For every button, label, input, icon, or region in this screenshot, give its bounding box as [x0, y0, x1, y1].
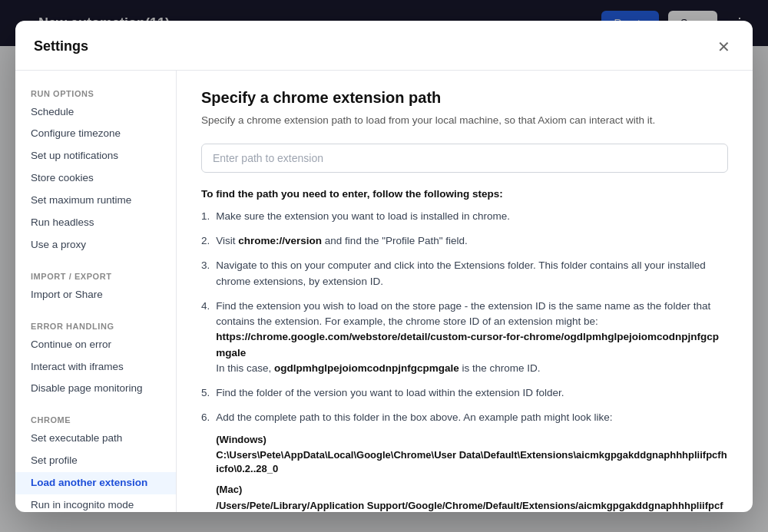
steps-list: Make sure the extension you want to load… — [201, 209, 728, 512]
modal-body: Run options Schedule Configure timezone … — [15, 71, 753, 512]
extension-path-input[interactable] — [201, 144, 728, 173]
step-4: Find the extension you wish to load on t… — [201, 299, 728, 376]
content-subtitle: Specify a chrome extension path to load … — [201, 113, 728, 128]
modal-overlay: Settings ✕ Run options Schedule Configur… — [0, 0, 768, 532]
sidebar-item-use-a-proxy[interactable]: Use a proxy — [15, 234, 176, 256]
sidebar-item-import-or-share[interactable]: Import or Share — [15, 284, 176, 306]
content-title: Specify a chrome extension path — [201, 89, 728, 107]
instructions-title: To find the path you need to enter, foll… — [201, 188, 728, 200]
sidebar-section-import-export: Import / Export — [15, 266, 176, 284]
sidebar-item-disable-page-monitoring[interactable]: Disable page monitoring — [15, 378, 176, 400]
chrome-version-link: chrome://version — [238, 235, 322, 246]
step-6: Add the complete path to this folder in … — [201, 410, 728, 511]
sidebar-item-continue-on-error[interactable]: Continue on error — [15, 334, 176, 356]
sidebar-section-error-handling: Error handling — [15, 316, 176, 334]
sidebar-item-load-another-extension[interactable]: Load another extension — [15, 472, 176, 494]
sidebar-item-set-up-notifications[interactable]: Set up notifications — [15, 145, 176, 167]
sidebar-item-set-profile[interactable]: Set profile — [15, 450, 176, 472]
example-mac: (Mac) /Users/Pete/Library/Application Su… — [216, 482, 728, 511]
modal-title: Settings — [34, 38, 88, 55]
settings-modal: Settings ✕ Run options Schedule Configur… — [15, 21, 753, 512]
sidebar-item-configure-timezone[interactable]: Configure timezone — [15, 123, 176, 145]
main-content: Specify a chrome extension path Specify … — [177, 71, 753, 512]
step-1: Make sure the extension you want to load… — [201, 209, 728, 224]
step-5: Find the folder of the version you want … — [201, 385, 728, 401]
step-2: Visit chrome://version and find the "Pro… — [201, 233, 728, 249]
sidebar-item-run-headless[interactable]: Run headless — [15, 212, 176, 234]
settings-sidebar: Run options Schedule Configure timezone … — [15, 71, 177, 512]
modal-header: Settings ✕ — [15, 21, 753, 71]
sidebar-item-store-cookies[interactable]: Store cookies — [15, 167, 176, 190]
sidebar-item-schedule[interactable]: Schedule — [15, 101, 176, 124]
step-3: Navigate to this on your computer and cl… — [201, 258, 728, 289]
store-link: https://chrome.google.com/webstore/detai… — [216, 331, 719, 358]
example-windows: (Windows) C:\Users\Pete\AppData\Local\Go… — [216, 432, 728, 477]
sidebar-item-interact-with-iframes[interactable]: Interact with iframes — [15, 356, 176, 378]
sidebar-item-run-in-incognito-mode[interactable]: Run in incognito mode — [15, 494, 176, 512]
sidebar-section-chrome: Chrome — [15, 409, 176, 428]
close-button[interactable]: ✕ — [713, 36, 734, 58]
sidebar-item-set-maximum-runtime[interactable]: Set maximum runtime — [15, 190, 176, 212]
sidebar-section-run-options: Run options — [15, 83, 176, 101]
sidebar-item-set-executable-path[interactable]: Set executable path — [15, 428, 176, 450]
